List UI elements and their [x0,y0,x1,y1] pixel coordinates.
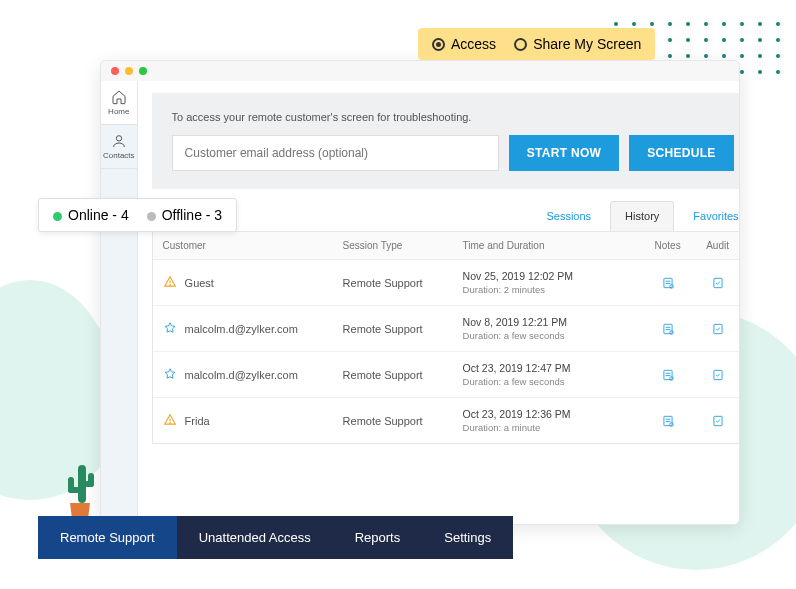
customer-name: Frida [185,415,210,427]
svg-rect-3 [663,278,671,287]
svg-rect-29 [84,481,94,487]
svg-point-19 [169,422,170,423]
audit-button[interactable] [693,414,740,428]
customer-name: malcolm.d@zylker.com [185,369,298,381]
cell-customer: malcolm.d@zylker.com [163,321,343,337]
cell-customer: malcolm.d@zylker.com [163,367,343,383]
radio-share-label: Share My Screen [533,36,641,52]
nav-remote-support[interactable]: Remote Support [38,516,177,559]
tab-history[interactable]: History [610,201,674,231]
cell-time: Oct 23, 2019 12:47 PMDuration: a few sec… [463,362,643,387]
home-icon [111,89,127,105]
notes-button[interactable] [643,322,693,336]
col-type: Session Type [343,240,463,251]
hero-text: To access your remote customer's screen … [172,111,734,123]
table-row: FridaRemote SupportOct 23, 2019 12:36 PM… [153,398,740,443]
offline-dot-icon [147,212,156,221]
sidebar-item-contacts[interactable]: Contacts [101,125,137,169]
contacts-icon [111,133,127,149]
table-header: Customer Session Type Time and Duration … [153,232,740,260]
status-chip: Online - 4 Offline - 3 [38,198,237,232]
table-row: malcolm.d@zylker.comRemote SupportOct 23… [153,352,740,398]
svg-rect-8 [663,324,671,333]
col-notes: Notes [643,240,693,251]
app-window: Home Contacts To access your remote cust… [100,60,740,525]
table-row: malcolm.d@zylker.comRemote SupportNov 8,… [153,306,740,352]
tab-sessions[interactable]: Sessions [531,201,606,231]
cell-customer: Frida [163,413,343,429]
sidebar-home-label: Home [108,107,129,116]
nav-reports[interactable]: Reports [333,516,423,559]
radio-access[interactable]: Access [432,36,496,52]
svg-point-0 [116,136,121,141]
nav-unattended-access[interactable]: Unattended Access [177,516,333,559]
audit-button[interactable] [693,322,740,336]
guest-icon [163,413,177,429]
radio-access-label: Access [451,36,496,52]
cell-customer: Guest [163,275,343,291]
cell-type: Remote Support [343,323,463,335]
customer-name: Guest [185,277,214,289]
cactus-illustration [60,455,100,525]
nav-settings[interactable]: Settings [422,516,513,559]
svg-rect-20 [663,416,671,425]
notes-button[interactable] [643,414,693,428]
cell-type: Remote Support [343,277,463,289]
cell-time: Nov 8, 2019 12:21 PMDuration: a few seco… [463,316,643,341]
notes-button[interactable] [643,276,693,290]
hero-panel: To access your remote customer's screen … [152,93,740,189]
schedule-button[interactable]: SCHEDULE [629,135,733,171]
cell-type: Remote Support [343,369,463,381]
titlebar [101,61,739,81]
col-time: Time and Duration [463,240,643,251]
radio-selected-icon [432,38,445,51]
status-offline: Offline - 3 [147,207,222,223]
online-dot-icon [53,212,62,221]
cell-type: Remote Support [343,415,463,427]
audit-button[interactable] [693,276,740,290]
start-now-button[interactable]: START NOW [509,135,619,171]
sidebar-contacts-label: Contacts [103,151,135,160]
star-icon [163,367,177,383]
svg-point-2 [169,284,170,285]
customer-name: malcolm.d@zylker.com [185,323,298,335]
svg-rect-13 [663,370,671,379]
col-audit: Audit [693,240,740,251]
table-row: GuestRemote SupportNov 25, 2019 12:02 PM… [153,260,740,306]
history-table: Customer Session Type Time and Duration … [152,231,740,444]
sidebar-item-home[interactable]: Home [101,81,137,125]
star-icon [163,321,177,337]
bottom-nav: Remote Support Unattended Access Reports… [38,516,513,559]
customer-email-input[interactable] [172,135,499,171]
maximize-icon[interactable] [139,67,147,75]
notes-button[interactable] [643,368,693,382]
col-customer: Customer [163,240,343,251]
cell-time: Oct 23, 2019 12:36 PMDuration: a minute [463,408,643,433]
main-content: To access your remote customer's screen … [138,81,740,524]
guest-icon [163,275,177,291]
mode-selector: Access Share My Screen [418,28,655,60]
sidebar: Home Contacts [101,81,138,524]
close-icon[interactable] [111,67,119,75]
radio-unselected-icon [514,38,527,51]
cell-time: Nov 25, 2019 12:02 PMDuration: 2 minutes [463,270,643,295]
radio-share[interactable]: Share My Screen [514,36,641,52]
minimize-icon[interactable] [125,67,133,75]
status-online: Online - 4 [53,207,129,223]
audit-button[interactable] [693,368,740,382]
svg-rect-27 [68,487,80,493]
tab-favorites[interactable]: Favorites [678,201,740,231]
